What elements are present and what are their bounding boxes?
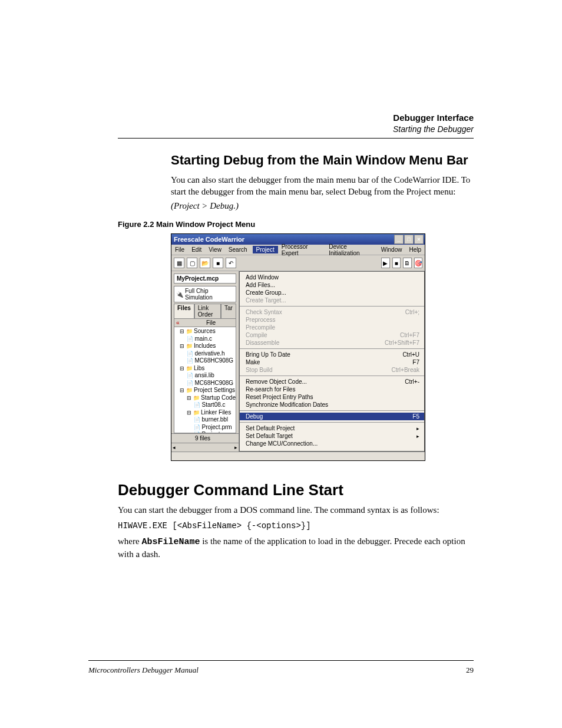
menu-item-bring-up-to-date[interactable]: Bring Up To DateCtrl+U: [240, 351, 424, 358]
tree-file-burner-bbl[interactable]: burner.bbl: [175, 416, 236, 424]
open-icon[interactable]: ▢: [187, 258, 197, 268]
menu-item-synchronize-modification-dates[interactable]: Synchronize Modification Dates: [240, 401, 424, 409]
menu-item-remove-object-code[interactable]: Remove Object Code...Ctrl+-: [240, 378, 424, 386]
page-footer: Microcontrollers Debugger Manual 29: [88, 660, 474, 675]
project-tabs: FilesLink OrderTar: [174, 304, 236, 318]
file-tree[interactable]: Sourcesmain.cIncludesderivative.hMC68HC9…: [174, 327, 236, 433]
project-menu-dropdown: Add WindowAdd Files...Create Group...Cre…: [239, 271, 425, 452]
menu-item-set-default-target[interactable]: Set Default Target: [240, 432, 424, 440]
tab-link-order[interactable]: Link Order: [194, 304, 221, 318]
footer-page-number: 29: [466, 666, 474, 675]
tree-file-mc68hc908g[interactable]: MC68HC908G: [175, 357, 236, 365]
section-heading-cmdline: Debugger Command Line Start: [118, 481, 474, 499]
sheet-icon[interactable]: 🗎: [403, 258, 412, 268]
page-header-title: Debugger Interface: [118, 112, 474, 124]
screenshot-window: Freescale CodeWarrior _ □ × FileEditView…: [171, 233, 425, 461]
tree-file-ansii-lib[interactable]: ansii.lib: [175, 372, 236, 380]
tree-file-main-c[interactable]: main.c: [175, 335, 236, 343]
menu-item-preprocess: Preprocess: [240, 316, 424, 324]
section2-para1: You can start the debugger from a DOS co…: [118, 504, 474, 516]
status-strip: [171, 452, 425, 460]
horizontal-scrollbar[interactable]: ◂▸: [171, 443, 239, 452]
menu-search[interactable]: Search: [225, 246, 251, 253]
menu-item-reset-project-entry-paths[interactable]: Reset Project Entry Paths: [240, 393, 424, 401]
page-header-subtitle: Starting the Debugger: [118, 124, 474, 134]
menu-item-compile: CompileCtrl+F7: [240, 331, 424, 339]
folder-icon[interactable]: 📂: [200, 258, 210, 268]
save-icon[interactable]: ■: [213, 258, 223, 268]
tab-tar[interactable]: Tar: [221, 304, 236, 318]
menu-device-initialization[interactable]: Device Initialization: [325, 243, 378, 257]
project-name[interactable]: MyProject.mcp: [174, 274, 236, 284]
tree-folder-startup-code[interactable]: Startup Code: [175, 394, 236, 402]
menu-item-debug[interactable]: DebugF5: [240, 413, 424, 420]
undo-icon[interactable]: ↶: [226, 258, 236, 268]
menu-item-make[interactable]: MakeF7: [240, 358, 424, 366]
menu-item-add-window[interactable]: Add Window: [240, 274, 424, 281]
build-target-selector[interactable]: 🔌 Full Chip Simulation: [174, 286, 236, 302]
menu-item-re-search-for-files[interactable]: Re-search for Files: [240, 386, 424, 393]
menu-help[interactable]: Help: [405, 246, 425, 253]
project-pane: MyProject.mcp 🔌 Full Chip Simulation Fil…: [171, 271, 239, 452]
toolbar: ▦ ▢ 📂 ■ ↶ ▶ ■ 🗎 🎯: [171, 255, 425, 271]
section1-paragraph: You can also start the debugger from the…: [171, 174, 474, 198]
menu-item-set-default-project[interactable]: Set Default Project: [240, 424, 424, 432]
tab-files[interactable]: Files: [174, 304, 194, 318]
minimize-button[interactable]: _: [394, 235, 404, 244]
target-icon[interactable]: 🎯: [414, 258, 423, 268]
target-chip-icon: 🔌: [176, 291, 183, 298]
menu-item-create-group[interactable]: Create Group...: [240, 289, 424, 297]
tree-file-mc68hc908g[interactable]: MC68HC908G: [175, 380, 236, 387]
stop-icon[interactable]: ■: [392, 258, 401, 268]
file-count: 9 files: [171, 433, 239, 443]
menu-view[interactable]: View: [205, 246, 225, 253]
menu-processor-expert[interactable]: Processor Expert: [278, 243, 326, 257]
command-syntax: HIWAVE.EXE [<AbsFileName> {-<options>}]: [118, 521, 474, 531]
header-rule: [118, 138, 474, 139]
run-icon[interactable]: ▶: [381, 258, 390, 268]
menu-item-change-mcu-connection[interactable]: Change MCU/Connection...: [240, 440, 424, 447]
tree-folder-sources[interactable]: Sources: [175, 328, 236, 335]
new-icon[interactable]: ▦: [174, 258, 184, 268]
menu-item-stop-build: Stop BuildCtrl+Break: [240, 366, 424, 374]
window-title: Freescale CodeWarrior: [174, 236, 244, 243]
menu-file[interactable]: File: [171, 246, 188, 253]
tree-file-project-prm[interactable]: Project.prm: [175, 424, 236, 431]
menu-item-disassemble: DisassembleCtrl+Shift+F7: [240, 339, 424, 347]
menu-item-check-syntax: Check SyntaxCtrl+;: [240, 308, 424, 316]
section-heading-start-debug: Starting Debug from the Main Window Menu…: [171, 153, 474, 168]
figure-caption: Figure 2.2 Main Window Project Menu: [118, 220, 474, 229]
maximize-button[interactable]: □: [404, 235, 414, 244]
tree-file-start08-c[interactable]: Start08.c: [175, 401, 236, 409]
close-button[interactable]: ×: [414, 235, 424, 244]
menubar: FileEditViewSearchProjectProcessor Exper…: [171, 245, 425, 255]
build-target-label: Full Chip Simulation: [185, 288, 234, 301]
menu-edit[interactable]: Edit: [188, 246, 205, 253]
section2-para2: where AbsFileName is the name of the app…: [118, 535, 474, 561]
menu-window[interactable]: Window: [378, 246, 406, 253]
menu-item-add-files[interactable]: Add Files...: [240, 281, 424, 289]
file-column-header: « File: [174, 318, 236, 327]
tree-folder-libs[interactable]: Libs: [175, 365, 236, 373]
tree-folder-linker-files[interactable]: Linker Files: [175, 409, 236, 417]
menu-item-create-target: Create Target...: [240, 297, 424, 304]
footer-manual-title: Microcontrollers Debugger Manual: [88, 666, 199, 675]
section1-menu-path: (Project > Debug.): [171, 200, 474, 212]
tree-folder-includes[interactable]: Includes: [175, 342, 236, 350]
menu-item-precompile: Precompile: [240, 324, 424, 331]
menu-project[interactable]: Project: [253, 246, 278, 253]
tree-file-derivative-h[interactable]: derivative.h: [175, 350, 236, 358]
tree-folder-project-settings[interactable]: Project Settings: [175, 387, 236, 394]
